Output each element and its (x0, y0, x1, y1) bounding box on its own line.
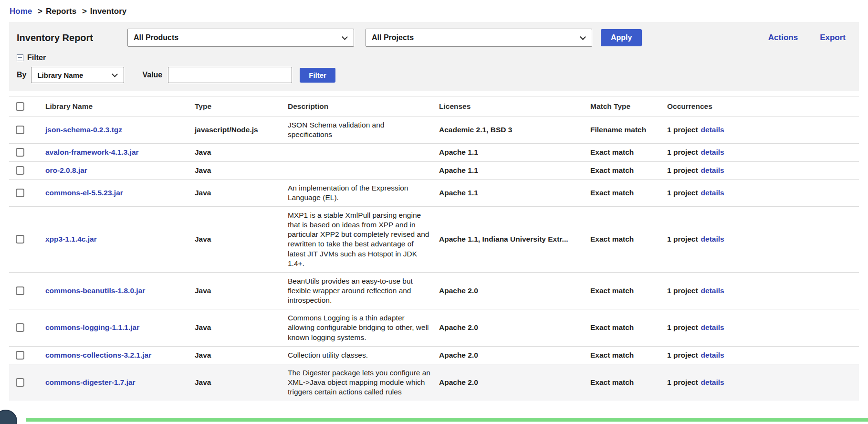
licenses-cell: Apache 1.1 (439, 188, 590, 198)
occurrences-cell: 1 projectdetails (667, 125, 859, 135)
occurrences-cell: 1 projectdetails (667, 323, 859, 332)
breadcrumb-separator: > (38, 7, 42, 16)
library-link[interactable]: avalon-framework-4.1.3.jar (45, 148, 139, 156)
apply-button[interactable]: Apply (601, 29, 642, 46)
row-checkbox[interactable] (16, 189, 24, 197)
bottom-green-bar (26, 418, 868, 422)
row-checkbox[interactable] (16, 286, 24, 295)
select-all-checkbox[interactable] (16, 102, 24, 111)
chevron-down-icon (342, 34, 348, 40)
col-match-type: Match Type (590, 102, 667, 111)
col-licenses: Licenses (439, 102, 590, 111)
type-cell: Java (195, 378, 288, 387)
match-type-cell: Exact match (590, 188, 667, 198)
type-cell: Java (195, 166, 288, 175)
details-link[interactable]: details (701, 166, 724, 174)
match-type-cell: Exact match (590, 323, 667, 332)
description-cell: An implementation of the Expression Lang… (288, 183, 439, 202)
details-link[interactable]: details (701, 126, 724, 134)
table-row: commons-collections-3.2.1.jar Java Colle… (9, 346, 859, 364)
export-link[interactable]: Export (820, 33, 846, 42)
row-checkbox[interactable] (16, 378, 24, 387)
occurrences-cell: 1 projectdetails (667, 350, 859, 360)
filter-value-label: Value (142, 71, 162, 79)
library-link[interactable]: commons-collections-3.2.1.jar (45, 351, 151, 359)
filter-value-input[interactable] (168, 67, 292, 83)
breadcrumb-home[interactable]: Home (10, 7, 32, 16)
occurrence-count: 1 project (667, 166, 698, 174)
corner-widget (0, 410, 17, 424)
occurrence-count: 1 project (667, 286, 698, 295)
filter-by-select[interactable]: Library Name (31, 67, 124, 83)
products-select-value: All Products (134, 33, 178, 42)
occurrence-count: 1 project (667, 351, 698, 359)
row-checkbox[interactable] (16, 323, 24, 332)
licenses-cell: Apache 2.0 (439, 378, 590, 387)
details-link[interactable]: details (701, 351, 724, 359)
licenses-cell: Academic 2.1, BSD 3 (439, 125, 590, 135)
products-select[interactable]: All Products (127, 29, 354, 47)
collapse-filter-icon[interactable] (17, 54, 23, 61)
match-type-cell: Exact match (590, 148, 667, 157)
occurrence-count: 1 project (667, 126, 698, 134)
projects-select[interactable]: All Projects (366, 29, 592, 47)
library-link[interactable]: commons-logging-1.1.1.jar (45, 323, 139, 331)
library-link[interactable]: commons-beanutils-1.8.0.jar (45, 286, 145, 295)
breadcrumb-inventory: Inventory (90, 7, 127, 16)
type-cell: Java (195, 323, 288, 332)
row-checkbox[interactable] (16, 148, 24, 157)
row-checkbox[interactable] (16, 126, 24, 134)
description-cell: MXP1 is a stable XmlPull parsing engine … (288, 211, 439, 268)
table-row: commons-el-5.5.23.jar Java An implementa… (9, 179, 859, 206)
filter-by-select-value: Library Name (37, 71, 83, 79)
filter-button[interactable]: Filter (300, 68, 335, 83)
details-link[interactable]: details (701, 189, 724, 197)
row-checkbox[interactable] (16, 235, 24, 244)
filter-section-header: Filter (17, 53, 851, 62)
occurrence-count: 1 project (667, 148, 698, 156)
actions-link[interactable]: Actions (768, 33, 798, 42)
details-link[interactable]: details (701, 323, 724, 331)
library-link[interactable]: commons-digester-1.7.jar (45, 378, 136, 386)
library-link[interactable]: json-schema-0.2.3.tgz (45, 126, 122, 134)
table-body: json-schema-0.2.3.tgz javascript/Node.js… (9, 116, 859, 401)
type-cell: Java (195, 350, 288, 360)
match-type-cell: Exact match (590, 286, 667, 296)
table-row: commons-beanutils-1.8.0.jar Java BeanUti… (9, 272, 859, 309)
match-type-cell: Filename match (590, 125, 667, 135)
type-cell: Java (195, 188, 288, 198)
licenses-cell: Apache 1.1 (439, 148, 590, 157)
details-link[interactable]: details (701, 235, 724, 243)
chevron-down-icon (112, 71, 118, 77)
projects-select-value: All Projects (372, 33, 414, 42)
type-cell: Java (195, 148, 288, 157)
table-row: commons-logging-1.1.1.jar Java Commons L… (9, 309, 859, 346)
row-checkbox[interactable] (16, 351, 24, 360)
occurrences-cell: 1 projectdetails (667, 166, 859, 175)
library-link[interactable]: commons-el-5.5.23.jar (45, 189, 123, 197)
details-link[interactable]: details (701, 286, 724, 295)
filter-by-label: By (17, 71, 26, 79)
chevron-down-icon (580, 34, 586, 40)
library-link[interactable]: xpp3-1.1.4c.jar (45, 235, 97, 243)
details-link[interactable]: details (701, 148, 724, 156)
description-cell: BeanUtils provides an easy-to-use but fl… (288, 276, 439, 305)
details-link[interactable]: details (701, 378, 724, 386)
licenses-cell: Apache 2.0 (439, 286, 590, 296)
breadcrumb-reports: Reports (46, 7, 76, 16)
licenses-cell: Apache 2.0 (439, 323, 590, 332)
col-description: Description (288, 102, 439, 111)
occurrence-count: 1 project (667, 323, 698, 331)
library-link[interactable]: oro-2.0.8.jar (45, 166, 87, 174)
match-type-cell: Exact match (590, 350, 667, 360)
match-type-cell: Exact match (590, 166, 667, 175)
col-library-name: Library Name (45, 102, 195, 111)
row-checkbox[interactable] (16, 166, 24, 175)
table-row: xpp3-1.1.4c.jar Java MXP1 is a stable Xm… (9, 206, 859, 272)
page-title: Inventory Report (17, 32, 127, 43)
table-row: commons-digester-1.7.jar Java The Digest… (9, 364, 859, 401)
match-type-cell: Exact match (590, 378, 667, 387)
occurrences-cell: 1 projectdetails (667, 378, 859, 387)
table-row: json-schema-0.2.3.tgz javascript/Node.js… (9, 116, 859, 143)
type-cell: Java (195, 234, 288, 244)
